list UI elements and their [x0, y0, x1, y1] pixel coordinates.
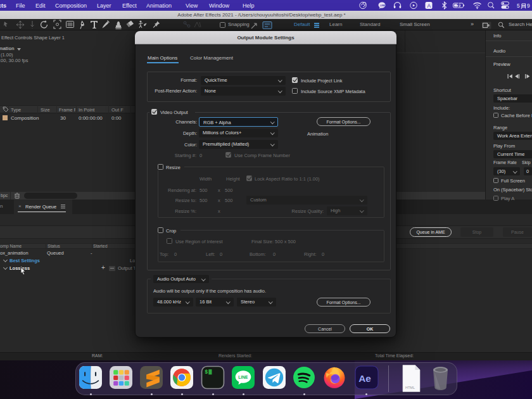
svg-text:A: A: [427, 3, 431, 9]
svg-text:LINE: LINE: [380, 4, 385, 7]
svg-text:LINE: LINE: [238, 375, 248, 379]
svg-text:Ae: Ae: [358, 373, 371, 384]
svg-text:$: $: [205, 369, 208, 375]
svg-text:HTML: HTML: [405, 386, 415, 390]
